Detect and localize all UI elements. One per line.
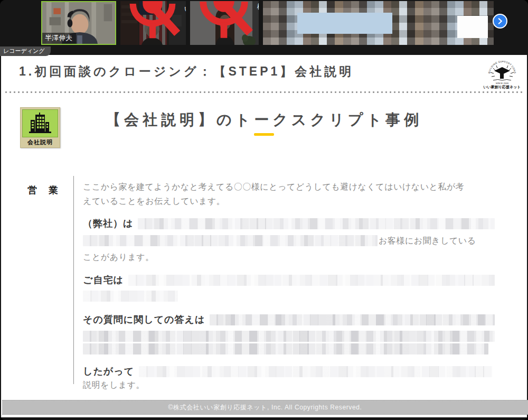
redacted-text (83, 291, 178, 302)
section-lead: （弊社）は (83, 217, 133, 230)
redacted-text (83, 331, 495, 342)
video-thumbnail-strip: 半澤伸夫 (0, 0, 528, 55)
chevron-right-icon (496, 17, 504, 25)
category-icon-label: 会社説明 (21, 138, 60, 147)
participant-name-tag: 半澤伸夫 (42, 33, 76, 44)
section-shitagatte-tail: 説明をします。 (83, 378, 495, 392)
dotted-divider (5, 91, 523, 93)
section-shitagatte: したがって (83, 365, 495, 378)
shared-slide: 1.初回面談のクロージング：【STEP1】会社説明 BUILDING SUPPO… (1, 55, 527, 417)
video-thumbnail-matsuki[interactable]: 松木 いい家創り... (190, 1, 259, 45)
participant-name: 半澤伸夫 (45, 34, 72, 42)
participant-name-tag: いい家創り 西方 (120, 1, 186, 45)
section-heisha-tail: ことがあります。 (83, 250, 495, 264)
participant-name-tag: 松木 いい家創り... (190, 1, 259, 45)
speaker-role-label: 営 業 (27, 184, 59, 197)
muted-mic-icon (193, 1, 255, 43)
visible-text: お客様にお聞きしている (379, 234, 476, 248)
redacted-text (83, 235, 378, 246)
video-thumbnail-pixelated[interactable] (263, 1, 494, 45)
section-heisha: （弊社）は (83, 217, 495, 230)
section-jitaku: ご自宅は (83, 274, 495, 286)
slide-footer-copyright: ©株式会社いい家創り応援ネット, Inc. All Copyrights Res… (2, 400, 528, 415)
section-lead: ご自宅は (83, 274, 124, 286)
video-thumbnail-nishikata[interactable]: いい家創り 西方 (120, 1, 186, 45)
redacted-text (210, 314, 495, 325)
slide-header-title: 1.初回面談のクロージング：【STEP1】会社説明 (19, 63, 354, 80)
redacted-text (128, 275, 495, 286)
section-lead: その質問に関しての答えは (83, 313, 205, 326)
participant-name: 松木 いい家創り... (257, 3, 259, 11)
title-accent-underline (254, 133, 274, 136)
logo-since-text: SINCE 2006 (496, 82, 509, 85)
video-thumbnail-hanzawa[interactable]: 半澤伸夫 (41, 1, 116, 45)
section-heisha-line2: お客様にお聞きしている (83, 234, 495, 248)
recording-indicator: レコーディング (0, 46, 51, 56)
copyright-text: ©株式会社いい家創り応援ネット, Inc. All Copyrights Res… (168, 403, 362, 412)
next-participants-button[interactable] (493, 14, 507, 29)
section-shitsumon: その質問に関しての答えは (83, 313, 495, 326)
vertical-divider (73, 176, 74, 384)
logo-org-name: いい家創り応援ネット (484, 85, 521, 89)
company-logo: BUILDING SUPPORT CONSULTING SINCE 2006 い… (483, 57, 522, 90)
redacted-text (139, 366, 492, 377)
redacted-text (138, 218, 495, 229)
redacted-text (83, 343, 488, 354)
intro-text-line2: えていることをお伝えしています。 (83, 194, 495, 208)
section-lead: したがって (83, 365, 134, 378)
recording-label: レコーディング (3, 48, 45, 54)
intro-text-line1: ここから家を建てようかなと考えてる〇〇様にとってどうしても避けなくてはいけないと… (83, 180, 495, 194)
participant-name: いい家創り 西方 (184, 5, 186, 13)
zoom-meeting-window: 半澤伸夫 (0, 0, 528, 420)
slide-main-title: 【会社説明】のトークスクリプト事例 (1, 110, 527, 130)
script-text-column: ここから家を建てようかなと考えてる〇〇様にとってどうしても避けなくてはいけないと… (83, 180, 495, 392)
muted-mic-icon (123, 1, 182, 43)
